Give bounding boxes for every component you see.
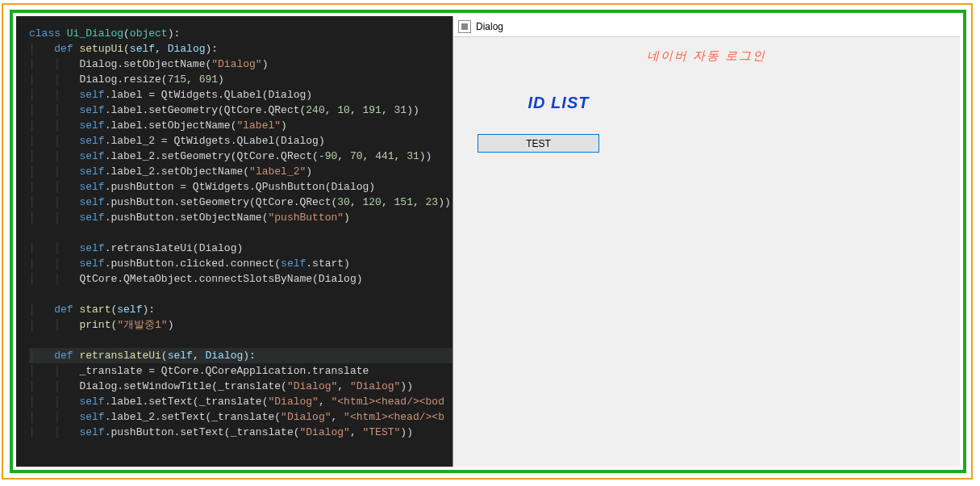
test-button[interactable]: TEST [477, 134, 599, 153]
green-frame: class Ui_Dialog(object): │ def setupUi(s… [10, 10, 966, 473]
dialog-titlebar[interactable]: Dialog [453, 16, 960, 37]
dialog-body: 네이버 자동 로그인 ID LIST TEST [453, 37, 960, 467]
label-naver-login: 네이버 자동 로그인 [647, 45, 889, 70]
outer-frame: class Ui_Dialog(object): │ def setupUi(s… [2, 3, 973, 480]
split-container: class Ui_Dialog(object): │ def setupUi(s… [16, 16, 960, 467]
dialog-window: Dialog 네이버 자동 로그인 ID LIST TEST [452, 16, 960, 467]
dialog-app-icon [458, 20, 471, 33]
dialog-title-text: Dialog [476, 21, 503, 32]
code-content: class Ui_Dialog(object): │ def setupUi(s… [29, 26, 452, 440]
label-id-list: ID LIST [381, 94, 736, 119]
code-editor[interactable]: class Ui_Dialog(object): │ def setupUi(s… [16, 16, 452, 467]
